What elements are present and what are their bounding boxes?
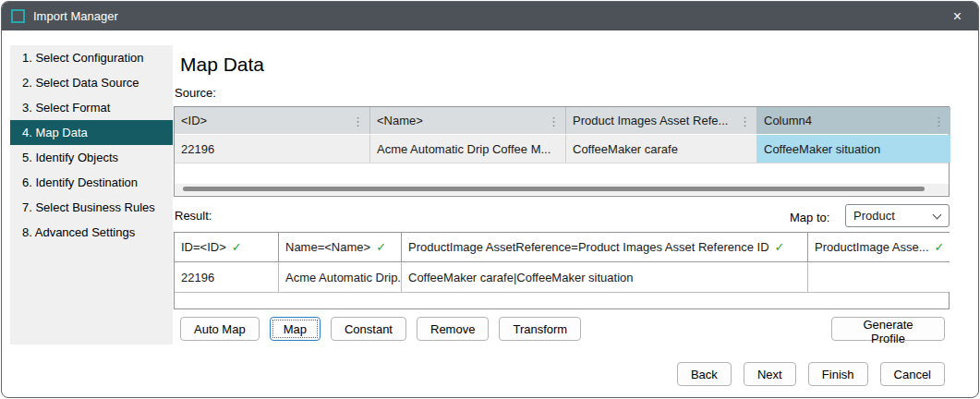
result-column-header-productimage-assetreference[interactable]: ProductImage AssetReference=Product Imag… (402, 233, 808, 261)
result-cell-id[interactable]: 22196 (175, 262, 279, 292)
result-label: Result: (175, 209, 212, 223)
auto-map-button[interactable]: Auto Map (180, 317, 260, 341)
check-icon: ✓ (232, 240, 242, 254)
source-cell-name[interactable]: Acme Automatic Drip Coffee M... (370, 135, 566, 163)
window-title: Import Manager (33, 9, 118, 23)
sidebar-item-select-configuration[interactable]: 1. Select Configuration (10, 45, 173, 70)
result-column-header-productimage-asse[interactable]: ProductImage Asse... ✓ (808, 233, 950, 261)
source-cell-column4-selected[interactable]: CoffeeMaker situation (757, 135, 950, 163)
kebab-menu-icon[interactable]: ⋮ (352, 114, 364, 127)
sidebar-item-map-data[interactable]: 4. Map Data (10, 120, 173, 145)
map-button[interactable]: Map (270, 317, 321, 341)
finish-button[interactable]: Finish (808, 362, 868, 386)
page-title: Map Data (180, 54, 264, 76)
source-cell-product-images[interactable]: CoffeeMaker carafe (566, 135, 757, 163)
result-cell-name[interactable]: Acme Automatic Drip... (279, 262, 402, 292)
titlebar: Import Manager × (2, 2, 978, 30)
chevron-down-icon (933, 211, 942, 220)
sidebar-item-identify-objects[interactable]: 5. Identify Objects (10, 145, 173, 170)
column-header-label: ProductImage Asse... (815, 240, 929, 254)
wizard-steps-sidebar: 1. Select Configuration 2. Select Data S… (10, 45, 173, 345)
back-button[interactable]: Back (677, 362, 732, 386)
source-column-header-id[interactable]: <ID> ⋮ (175, 107, 370, 134)
column-header-label: Column4 (764, 114, 812, 127)
source-column-header-product-images[interactable]: Product Images Asset Refe... ⋮ (566, 107, 757, 134)
result-table-header: ID=<ID> ✓ Name=<Name> ✓ ProductImage Ass… (175, 233, 949, 262)
source-table-header: <ID> ⋮ <Name> ⋮ Product Images Asset Ref… (175, 107, 949, 135)
result-cell-productimage-2[interactable] (808, 262, 950, 292)
transform-button[interactable]: Transform (499, 317, 581, 341)
kebab-menu-icon[interactable]: ⋮ (933, 114, 945, 127)
cancel-button[interactable]: Cancel (880, 362, 945, 386)
sidebar-item-select-business-rules[interactable]: 7. Select Business Rules (10, 195, 173, 220)
source-table-empty-area (175, 163, 949, 184)
column-header-label: Name=<Name> (285, 240, 370, 254)
source-column-header-column4[interactable]: Column4 ⋮ (757, 107, 950, 134)
result-cell-productimage[interactable]: CoffeeMaker carafe|CoffeeMaker situation (402, 262, 808, 292)
kebab-menu-icon[interactable]: ⋮ (739, 114, 751, 127)
scrollbar-thumb[interactable] (183, 187, 925, 191)
column-header-label: ID=<ID> (181, 240, 226, 254)
sidebar-item-select-format[interactable]: 3. Select Format (10, 95, 173, 120)
close-icon[interactable]: × (937, 2, 978, 30)
remove-button[interactable]: Remove (417, 317, 489, 341)
app-icon (11, 9, 25, 23)
map-to-label: Map to: (790, 211, 829, 224)
mapping-actions-toolbar: Auto Map Map Constant Remove Transform (180, 317, 581, 341)
column-header-label: ProductImage AssetReference=Product Imag… (408, 240, 769, 254)
kebab-menu-icon[interactable]: ⋮ (548, 114, 560, 127)
check-icon: ✓ (376, 240, 386, 254)
column-header-label: <ID> (181, 114, 207, 127)
column-header-label: <Name> (377, 114, 423, 127)
result-column-header-id[interactable]: ID=<ID> ✓ (175, 233, 279, 261)
constant-button[interactable]: Constant (331, 317, 406, 341)
source-column-header-name[interactable]: <Name> ⋮ (370, 107, 566, 134)
source-table: <ID> ⋮ <Name> ⋮ Product Images Asset Ref… (174, 106, 950, 197)
horizontal-scrollbar[interactable] (175, 184, 949, 195)
column-header-label: Product Images Asset Refe... (573, 114, 728, 127)
next-button[interactable]: Next (744, 362, 796, 386)
source-label: Source: (175, 86, 216, 100)
table-row: 22196 Acme Automatic Drip Coffee M... Co… (175, 135, 949, 163)
map-to-select[interactable]: Product (845, 204, 950, 227)
result-column-header-name[interactable]: Name=<Name> ✓ (279, 233, 402, 261)
sidebar-item-select-data-source[interactable]: 2. Select Data Source (10, 70, 173, 95)
result-table-empty-area (175, 293, 949, 308)
sidebar-item-identify-destination[interactable]: 6. Identify Destination (10, 170, 173, 195)
import-manager-window: Import Manager × 1. Select Configuration… (1, 1, 979, 398)
generate-profile-button[interactable]: Generate Profile (831, 317, 945, 341)
source-cell-id[interactable]: 22196 (175, 135, 370, 163)
table-row: 22196 Acme Automatic Drip... CoffeeMaker… (175, 262, 949, 293)
sidebar-item-advanced-settings[interactable]: 8. Advanced Settings (10, 220, 173, 245)
check-icon: ✓ (935, 240, 945, 254)
check-icon: ✓ (775, 240, 785, 254)
result-table: ID=<ID> ✓ Name=<Name> ✓ ProductImage Ass… (174, 232, 950, 309)
map-to-selected-value: Product (853, 209, 895, 223)
wizard-footer-buttons: Back Next Finish Cancel (677, 362, 945, 386)
